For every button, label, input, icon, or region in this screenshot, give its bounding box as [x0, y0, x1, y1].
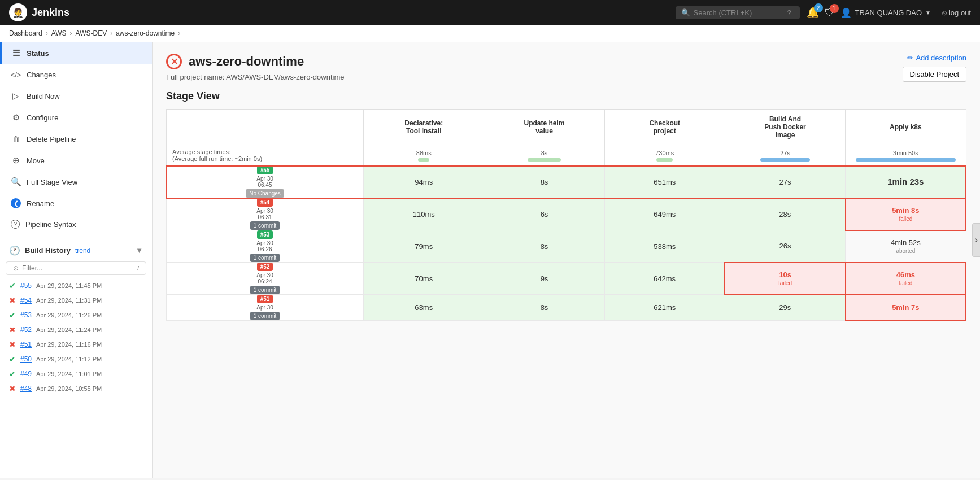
build-filter-input[interactable] [22, 264, 134, 272]
play-icon: ▷ [11, 91, 21, 101]
build-number-link[interactable]: #48 [20, 385, 32, 392]
build-number-link[interactable]: #54 [20, 296, 32, 304]
build-num-cell-0: #55 Apr 30 06:45 No Changes [167, 166, 364, 198]
build-date: Apr 29, 2024, 11:31 PM [36, 297, 102, 304]
user-menu[interactable]: 👤 TRAN QUANG DAO ▼ [840, 7, 931, 18]
build-number-link[interactable]: #52 [20, 326, 32, 334]
stage-cell-4-1[interactable]: 8s [484, 295, 604, 321]
notifications-button[interactable]: 🔔 2 [807, 6, 819, 19]
build-time-cell: 06:45 [167, 182, 363, 188]
stage-cell-0-0[interactable]: 94ms [364, 166, 484, 198]
stage-cell-3-4[interactable]: 46msfailed [846, 263, 966, 295]
build-history-trend[interactable]: trend [75, 247, 90, 255]
sidebar-item-rename[interactable]: ❮ Rename [0, 193, 152, 214]
breadcrumb-current[interactable]: aws-zero-downtime [116, 29, 175, 37]
logout-label: log out [949, 8, 971, 17]
stage-cell-2-3[interactable]: 26s [725, 230, 845, 263]
sidebar-item-delete-pipeline[interactable]: 🗑 Delete Pipeline [0, 128, 152, 150]
search-input[interactable] [694, 8, 784, 17]
sidebar-item-label-delete: Delete Pipeline [27, 135, 76, 143]
logout-button[interactable]: ⎋ log out [942, 8, 971, 17]
sidebar-item-label-configure: Configure [27, 114, 58, 122]
sidebar-item-pipeline-syntax[interactable]: ? Pipeline Syntax [0, 214, 152, 234]
user-name: TRAN QUANG DAO [855, 8, 922, 17]
main-content: ✕ aws-zero-downtime Full project name: A… [153, 42, 980, 478]
sidebar-item-configure[interactable]: ⚙ Configure [0, 107, 152, 128]
stage-cell-4-0[interactable]: 63ms [364, 295, 484, 321]
build-number-link[interactable]: #51 [20, 341, 32, 348]
build-status-icon: ✔ [9, 311, 16, 320]
build-status-icon: ✔ [9, 355, 16, 364]
stage-cell-4-4[interactable]: 5min 7s [846, 295, 966, 321]
stage-cell-4-2[interactable]: 621ms [604, 295, 725, 321]
configure-icon: ⚙ [11, 112, 21, 123]
stage-cell-2-4[interactable]: 4min 52saborted [846, 230, 966, 263]
stage-cell-1-0[interactable]: 110ms [364, 198, 484, 230]
stage-cell-1-1[interactable]: 6s [484, 198, 604, 230]
stage-cell-1-4[interactable]: 5min 8sfailed [846, 198, 966, 230]
build-badge[interactable]: #55 [257, 166, 273, 174]
stage-cell-4-3[interactable]: 29s [725, 295, 845, 321]
build-history-expand-icon[interactable]: ▼ [136, 246, 143, 255]
stage-cell-3-0[interactable]: 70ms [364, 263, 484, 295]
project-header: ✕ aws-zero-downtime [166, 54, 966, 69]
build-number-link[interactable]: #55 [20, 282, 32, 290]
build-date: Apr 29, 2024, 11:26 PM [36, 312, 102, 318]
sidebar-item-build-now[interactable]: ▷ Build Now [0, 85, 152, 107]
sidebar-item-label-move: Move [27, 156, 45, 165]
search-bar[interactable]: 🔍 ? [676, 6, 800, 19]
build-badge[interactable]: #51 [257, 295, 273, 303]
stage-cell-0-1[interactable]: 8s [484, 166, 604, 198]
stage-cell-1-3[interactable]: 28s [725, 198, 845, 230]
build-number-link[interactable]: #49 [20, 370, 32, 378]
stage-cell-2-0[interactable]: 79ms [364, 230, 484, 263]
main-layout: ☰ Status </> Changes ▷ Build Now ⚙ Confi… [0, 42, 980, 478]
stage-header-col-4: Apply k8s [846, 110, 966, 145]
sidebar-item-move[interactable]: ⊕ Move [0, 150, 152, 171]
sidebar: ☰ Status </> Changes ▷ Build Now ⚙ Confi… [0, 42, 153, 478]
breadcrumb-aws[interactable]: AWS [51, 29, 67, 37]
avg-row: Average stage times:(Average full run ti… [167, 145, 966, 166]
stage-build-row: #53 Apr 30 06:26 1 commit 79ms 8s 538ms … [167, 230, 966, 263]
stage-cell-3-3[interactable]: 10sfailed [725, 263, 845, 295]
build-date-cell: Apr 30 [167, 272, 363, 278]
build-time-cell: 06:24 [167, 278, 363, 285]
right-collapse-tab[interactable]: › [972, 223, 980, 257]
build-badge[interactable]: #54 [257, 198, 273, 207]
stage-cell-2-2[interactable]: 538ms [604, 230, 725, 263]
avg-time-cell-3: 27s [725, 145, 845, 166]
stage-cell-0-2[interactable]: 651ms [604, 166, 725, 198]
commit-btn[interactable]: 1 commit [250, 286, 280, 294]
build-status-icon: ✖ [9, 384, 16, 393]
stage-cell-0-3[interactable]: 27s [725, 166, 845, 198]
stage-cell-3-2[interactable]: 642ms [604, 263, 725, 295]
stage-cell-2-1[interactable]: 8s [484, 230, 604, 263]
security-button[interactable]: 🛡 1 [825, 7, 835, 19]
sidebar-item-label-pipeline-syntax: Pipeline Syntax [25, 220, 76, 229]
commit-btn[interactable]: 1 commit [250, 312, 280, 320]
breadcrumb-dashboard[interactable]: Dashboard [9, 29, 42, 37]
build-badge[interactable]: #53 [257, 230, 273, 239]
add-description-link[interactable]: ✏ Add description [907, 54, 966, 62]
avg-time-cell-0: 88ms [364, 145, 484, 166]
commit-btn[interactable]: 1 commit [250, 221, 280, 230]
jenkins-logo[interactable]: 🤵 Jenkins [9, 3, 69, 21]
build-number-link[interactable]: #53 [20, 311, 32, 319]
build-number-link[interactable]: #50 [20, 355, 32, 363]
stage-cell-1-2[interactable]: 649ms [604, 198, 725, 230]
stage-cell-0-4[interactable]: 1min 23s [846, 166, 966, 198]
build-badge[interactable]: #52 [257, 263, 273, 271]
commit-btn[interactable]: 1 commit [250, 254, 280, 262]
stage-cell-3-1[interactable]: 9s [484, 263, 604, 295]
sidebar-item-status[interactable]: ☰ Status [0, 42, 152, 64]
project-fullname: Full project name: AWS/AWS-DEV/aws-zero-… [166, 73, 966, 81]
disable-project-button[interactable]: Disable Project [903, 67, 966, 82]
project-title: aws-zero-downtime [189, 54, 304, 69]
breadcrumb-aws-dev[interactable]: AWS-DEV [76, 29, 107, 37]
build-date-cell: Apr 30 [167, 304, 363, 311]
build-history-filter[interactable]: ⊙ / [6, 261, 146, 275]
sidebar-item-changes[interactable]: </> Changes [0, 64, 152, 85]
avg-time-cell-1: 8s [484, 145, 604, 166]
build-history-header[interactable]: 🕐 Build History trend ▼ [0, 239, 152, 261]
sidebar-item-full-stage-view[interactable]: 🔍 Full Stage View [0, 171, 152, 193]
